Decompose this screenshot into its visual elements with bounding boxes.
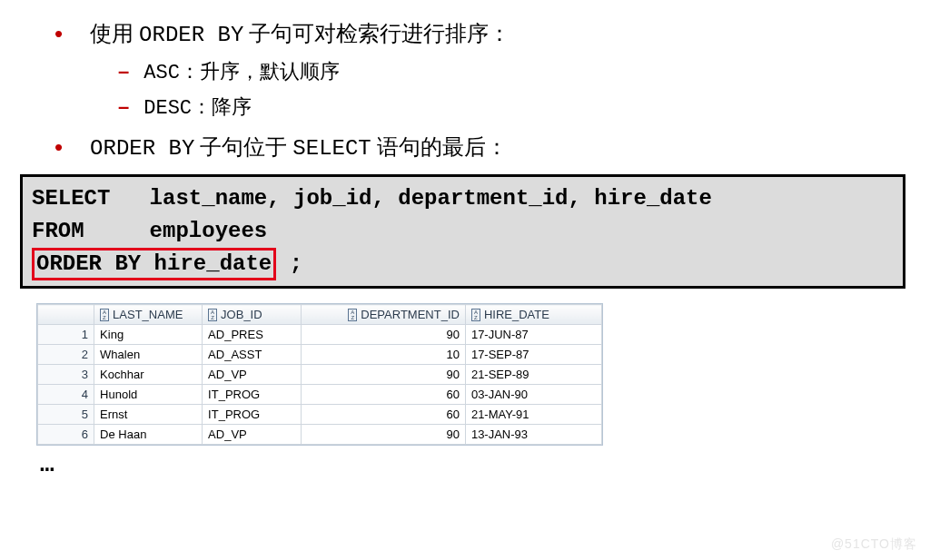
bullet-1-pre: 使用 <box>90 22 139 45</box>
header-rownum <box>38 305 94 325</box>
cell-rownum: 4 <box>38 385 94 405</box>
bullet-dash-icon: – <box>118 54 129 88</box>
bullet-dot-icon: • <box>54 127 63 167</box>
cell-hire: 17-JUN-87 <box>465 325 601 345</box>
cell-lastname: King <box>94 325 203 345</box>
cell-dept: 10 <box>301 345 465 365</box>
cell-rownum: 1 <box>38 325 94 345</box>
cell-dept: 60 <box>301 385 465 405</box>
cell-dept: 60 <box>301 405 465 425</box>
header-hire: AZHIRE_DATE <box>465 305 601 325</box>
cell-jobid: IT_PROG <box>203 405 302 425</box>
bullet-1-text: 使用 ORDER BY 子句可对检索行进行排序： <box>90 15 510 54</box>
bullet-dot-icon: • <box>54 14 63 54</box>
bullet-2-text: ORDER BY 子句位于 SELECT 语句的最后： <box>90 129 508 168</box>
code-line-2: FROM employees <box>32 215 894 248</box>
order-by-highlight: ORDER BY hire_date <box>32 248 276 280</box>
result-grid: AZLAST_NAME AZJOB_ID AZDEPARTMENT_ID AZH… <box>36 303 603 446</box>
desc-code: DESC <box>143 97 192 120</box>
result-table: AZLAST_NAME AZJOB_ID AZDEPARTMENT_ID AZH… <box>37 304 602 445</box>
bullet-1a-text: ASC：升序，默认顺序 <box>143 54 340 90</box>
bullet-1b: – DESC：降序 <box>118 90 930 125</box>
cell-lastname: Kochhar <box>94 365 203 385</box>
bullet-1-post: 子句可对检索行进行排序： <box>243 22 510 45</box>
watermark: @51CTO博客 <box>831 536 917 553</box>
sort-icon: AZ <box>100 309 109 321</box>
cell-hire: 21-MAY-91 <box>465 405 601 425</box>
cell-jobid: AD_VP <box>203 365 302 385</box>
desc-text: ：降序 <box>192 95 252 118</box>
table-row: 2 Whalen AD_ASST 10 17-SEP-87 <box>38 345 602 365</box>
cell-jobid: AD_PRES <box>203 325 302 345</box>
bullet-2-mid: 子句位于 <box>194 135 292 159</box>
cell-dept: 90 <box>301 325 465 345</box>
header-dept-text: DEPARTMENT_ID <box>361 308 460 321</box>
bullet-1b-text: DESC：降序 <box>143 90 252 125</box>
bullet-1a: – ASC：升序，默认顺序 <box>118 54 930 90</box>
sort-icon: AZ <box>208 309 217 321</box>
cell-hire: 13-JAN-93 <box>465 425 601 445</box>
bullet-2-code1: ORDER BY <box>90 136 194 161</box>
sort-icon: AZ <box>348 309 357 321</box>
sort-icon: AZ <box>471 309 480 321</box>
cell-dept: 90 <box>301 425 465 445</box>
table-header-row: AZLAST_NAME AZJOB_ID AZDEPARTMENT_ID AZH… <box>38 305 602 325</box>
sql-code-block: SELECT last_name, job_id, department_id,… <box>20 174 905 289</box>
bullet-1: • 使用 ORDER BY 子句可对检索行进行排序： <box>54 13 930 54</box>
cell-hire: 03-JAN-90 <box>465 385 601 405</box>
table-row: 6 De Haan AD_VP 90 13-JAN-93 <box>38 425 602 445</box>
cell-rownum: 2 <box>38 345 94 365</box>
cell-jobid: IT_PROG <box>203 385 302 405</box>
cell-jobid: AD_VP <box>203 425 302 445</box>
header-hire-text: HIRE_DATE <box>484 308 549 321</box>
code-line-3: ORDER BY hire_date ; <box>32 248 894 280</box>
header-dept: AZDEPARTMENT_ID <box>301 305 465 325</box>
header-lastname-text: LAST_NAME <box>113 308 183 321</box>
cell-hire: 21-SEP-89 <box>465 365 601 385</box>
bullet-2: • ORDER BY 子句位于 SELECT 语句的最后： <box>54 126 930 168</box>
bullet-2-post: 语句的最后： <box>371 135 508 159</box>
bullet-1-code: ORDER BY <box>139 23 243 47</box>
cell-rownum: 5 <box>38 405 94 425</box>
code-line-3-tail: ; <box>276 251 302 276</box>
cell-rownum: 6 <box>38 425 94 445</box>
cell-hire: 17-SEP-87 <box>465 345 601 365</box>
cell-lastname: Whalen <box>94 345 203 365</box>
header-lastname: AZLAST_NAME <box>94 305 203 325</box>
table-body: 1 King AD_PRES 90 17-JUN-87 2 Whalen AD_… <box>38 325 602 445</box>
header-jobid: AZJOB_ID <box>203 305 302 325</box>
table-row: 1 King AD_PRES 90 17-JUN-87 <box>38 325 602 345</box>
table-row: 3 Kochhar AD_VP 90 21-SEP-89 <box>38 365 602 385</box>
slide-content: • 使用 ORDER BY 子句可对检索行进行排序： – ASC：升序，默认顺序… <box>0 0 930 478</box>
asc-code: ASC <box>143 62 180 84</box>
cell-lastname: De Haan <box>94 425 203 445</box>
header-jobid-text: JOB_ID <box>221 308 262 321</box>
cell-dept: 90 <box>301 365 465 385</box>
cell-rownum: 3 <box>38 365 94 385</box>
table-row: 4 Hunold IT_PROG 60 03-JAN-90 <box>38 385 602 405</box>
cell-jobid: AD_ASST <box>203 345 302 365</box>
table-row: 5 Ernst IT_PROG 60 21-MAY-91 <box>38 405 602 425</box>
asc-text: ：升序，默认顺序 <box>180 60 340 83</box>
cell-lastname: Ernst <box>94 405 203 425</box>
code-line-1: SELECT last_name, job_id, department_id,… <box>32 182 894 215</box>
bullet-2-code2: SELECT <box>292 136 371 161</box>
ellipsis: … <box>40 451 930 478</box>
bullet-dash-icon: – <box>118 90 129 123</box>
cell-lastname: Hunold <box>94 385 203 405</box>
